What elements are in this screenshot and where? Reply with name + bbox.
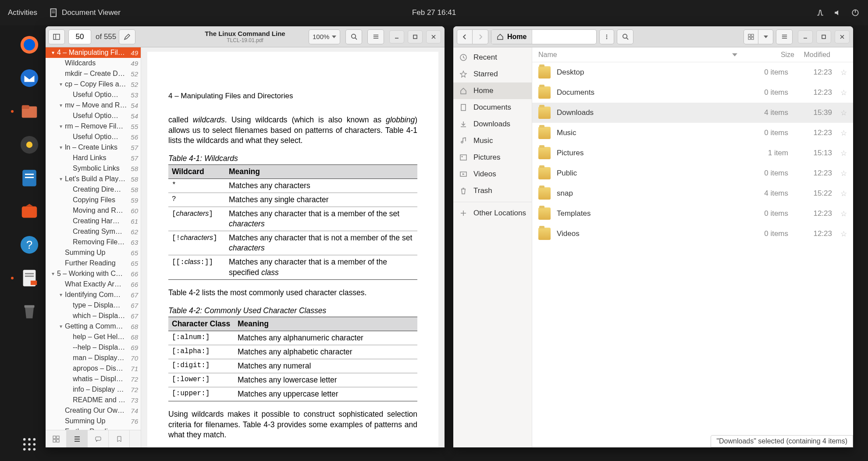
outline-row[interactable]: which – Displa…67 xyxy=(46,311,141,321)
file-row[interactable]: Pictures1 item15:13☆ xyxy=(532,143,853,163)
outline-row[interactable]: ▾5 – Working with C…66 xyxy=(46,268,141,279)
activities-button[interactable]: Activities xyxy=(0,8,45,17)
file-row[interactable]: Public0 items12:23☆ xyxy=(532,163,853,183)
view-dropdown-button[interactable] xyxy=(758,29,773,44)
file-row[interactable]: snap4 items15:22☆ xyxy=(532,183,853,204)
menu-button[interactable] xyxy=(367,29,384,44)
outline-row[interactable]: Copying Files59 xyxy=(46,195,141,205)
file-row[interactable]: Music0 items12:23☆ xyxy=(532,123,853,143)
outline-row[interactable]: Summing Up65 xyxy=(46,247,141,258)
sidebar-toggle-button[interactable] xyxy=(48,29,65,44)
files-menu-button[interactable] xyxy=(776,29,793,44)
outline-row[interactable]: ▾4 – Manipulating Fil…49 xyxy=(46,47,141,58)
file-row[interactable]: Templates0 items12:23☆ xyxy=(532,204,853,224)
search-button[interactable] xyxy=(345,29,362,44)
page-viewport[interactable]: 4 – Manipulating Files and Directories c… xyxy=(141,47,445,447)
close-button[interactable] xyxy=(426,30,441,43)
icon-view-button[interactable] xyxy=(743,29,758,44)
files-minimize-button[interactable] xyxy=(798,30,813,43)
file-row[interactable]: Videos0 items12:23☆ xyxy=(532,224,853,244)
dock-evince[interactable] xyxy=(17,266,42,290)
dock-software[interactable] xyxy=(17,199,42,224)
sidebar-item-other-locations[interactable]: Other Locations xyxy=(453,205,532,222)
outline-row[interactable]: mkdir – Create D…52 xyxy=(46,68,141,79)
outline-row[interactable]: ▾cp – Copy Files a…52 xyxy=(46,79,141,89)
outline-row[interactable]: Useful Optio…53 xyxy=(46,89,141,100)
dock-show-apps[interactable] xyxy=(14,432,45,457)
sidebar-item-recent[interactable]: Recent xyxy=(453,49,532,66)
dock-help[interactable]: ? xyxy=(17,232,42,257)
outline-row[interactable]: README and …73 xyxy=(46,395,141,405)
dock-writer[interactable] xyxy=(17,166,42,190)
app-menu[interactable]: Document Viewer xyxy=(45,8,125,17)
outline-row[interactable]: ▾Let's Build a Play…58 xyxy=(46,174,141,184)
minimize-button[interactable] xyxy=(389,30,404,43)
outline-row[interactable]: whatis – Displ…72 xyxy=(46,374,141,384)
clock[interactable]: Feb 27 16:41 xyxy=(412,8,456,17)
dock-trash[interactable] xyxy=(17,299,42,324)
sidebar-item-starred[interactable]: Starred xyxy=(453,66,532,82)
star-toggle[interactable]: ☆ xyxy=(832,149,847,158)
outline-row[interactable]: Further Reading76 xyxy=(46,426,141,430)
star-toggle[interactable]: ☆ xyxy=(832,209,847,218)
volume-icon[interactable] xyxy=(834,9,842,17)
thumbnails-view-button[interactable] xyxy=(46,430,67,447)
outline-row[interactable]: Moving and R…60 xyxy=(46,205,141,216)
outline-row[interactable]: Further Reading65 xyxy=(46,258,141,268)
star-toggle[interactable]: ☆ xyxy=(832,68,847,77)
star-toggle[interactable]: ☆ xyxy=(832,108,847,118)
sidebar-item-downloads[interactable]: Downloads xyxy=(453,116,532,132)
sidebar-item-videos[interactable]: Videos xyxy=(453,166,532,182)
file-row[interactable]: Desktop0 items12:23☆ xyxy=(532,62,853,82)
outline-view-button[interactable] xyxy=(67,430,88,447)
path-bar[interactable]: Home xyxy=(491,29,597,44)
path-segment-home[interactable]: Home xyxy=(491,30,532,44)
outline-row[interactable]: Creating Our Ow…74 xyxy=(46,405,141,416)
outline-row[interactable]: --help – Displa…69 xyxy=(46,342,141,353)
star-toggle[interactable]: ☆ xyxy=(832,189,847,198)
network-icon[interactable] xyxy=(816,9,824,17)
outline-row[interactable]: info – Display …72 xyxy=(46,384,141,395)
page-number-input[interactable] xyxy=(68,29,91,44)
outline-row[interactable]: Creating Sym…62 xyxy=(46,226,141,237)
maximize-button[interactable] xyxy=(408,30,423,43)
files-close-button[interactable] xyxy=(835,30,850,43)
forward-button[interactable] xyxy=(473,29,488,44)
annotations-view-button[interactable] xyxy=(88,430,109,447)
dock-firefox[interactable] xyxy=(17,32,42,57)
annotate-button[interactable] xyxy=(119,29,135,44)
outline-row[interactable]: ▾Identifying Com…67 xyxy=(46,289,141,300)
back-button[interactable] xyxy=(457,29,473,44)
files-maximize-button[interactable] xyxy=(816,30,831,43)
star-toggle[interactable]: ☆ xyxy=(832,129,847,138)
outline-row[interactable]: Creating Dire…58 xyxy=(46,184,141,195)
sidebar-item-documents[interactable]: Documents xyxy=(453,99,532,116)
star-toggle[interactable]: ☆ xyxy=(832,88,847,97)
outline-row[interactable]: help – Get Hel…68 xyxy=(46,332,141,342)
sidebar-item-home[interactable]: Home xyxy=(453,82,532,99)
outline-row[interactable]: type – Displa…67 xyxy=(46,300,141,311)
zoom-selector[interactable]: 100% xyxy=(309,29,340,44)
outline-row[interactable]: Wildcards49 xyxy=(46,58,141,68)
sidebar-item-music[interactable]: Music xyxy=(453,132,532,149)
outline-row[interactable]: ▾rm – Remove Fil…55 xyxy=(46,121,141,132)
dock-files[interactable] xyxy=(17,99,42,124)
path-menu-button[interactable] xyxy=(599,29,614,44)
file-row[interactable]: Documents0 items12:23☆ xyxy=(532,82,853,103)
star-toggle[interactable]: ☆ xyxy=(832,169,847,178)
outline-row[interactable]: Summing Up76 xyxy=(46,416,141,426)
column-headers[interactable]: Name Size Modified xyxy=(532,47,853,62)
outline-row[interactable]: ▾ln – Create Links57 xyxy=(46,142,141,153)
outline-row[interactable]: ▾Getting a Comm…68 xyxy=(46,321,141,332)
file-row[interactable]: Downloads4 items15:39☆ xyxy=(532,103,853,123)
outline-row[interactable]: apropos – Dis…71 xyxy=(46,363,141,374)
outline-row[interactable]: Useful Optio…54 xyxy=(46,111,141,121)
outline-row[interactable]: Creating Har…61 xyxy=(46,216,141,226)
outline-row[interactable]: Removing File…63 xyxy=(46,237,141,247)
outline-row[interactable]: man – Display…70 xyxy=(46,353,141,363)
bookmarks-view-button[interactable] xyxy=(109,430,130,447)
star-toggle[interactable]: ☆ xyxy=(832,229,847,239)
outline-row[interactable]: Symbolic Links58 xyxy=(46,163,141,174)
outline-row[interactable]: ▾mv – Move and R…54 xyxy=(46,100,141,111)
files-search-button[interactable] xyxy=(617,29,633,44)
